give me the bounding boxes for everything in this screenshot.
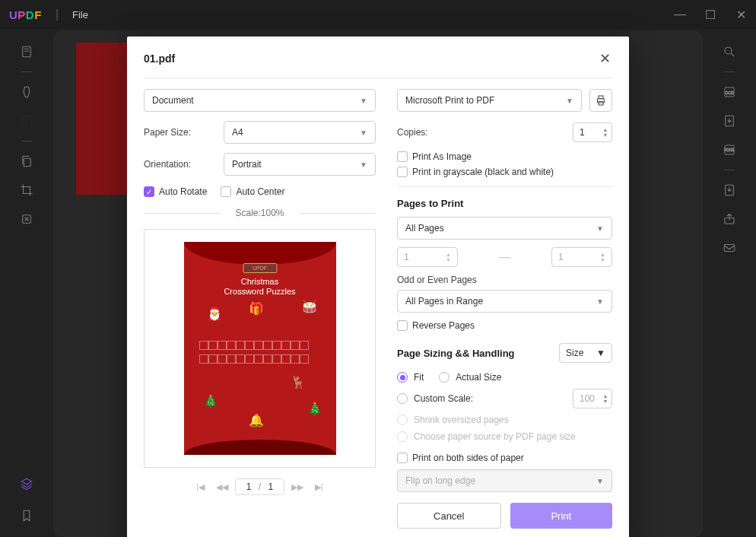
- print-as-image-checkbox[interactable]: Print As Image: [397, 151, 612, 162]
- spinner-up-icon[interactable]: ▲: [599, 393, 611, 399]
- spinner-down-icon[interactable]: ▼: [599, 399, 611, 404]
- svg-rect-15: [599, 102, 603, 106]
- range-to-value: 1: [558, 252, 564, 262]
- print-button[interactable]: Print: [510, 503, 613, 529]
- radio-checked-icon: [397, 372, 408, 383]
- odd-even-select[interactable]: All Pages in Range ▼: [397, 290, 612, 313]
- print-grayscale-checkbox[interactable]: Print in grayscale (black and white): [397, 167, 612, 177]
- maximize-icon[interactable]: ☐: [704, 8, 716, 22]
- radio-icon: [397, 393, 408, 404]
- dialog-title: 01.pdf: [144, 52, 175, 65]
- copies-stepper[interactable]: ▲▼: [573, 122, 612, 142]
- minimize-icon[interactable]: —: [674, 8, 686, 22]
- shrink-label: Shrink oversized pages: [414, 415, 509, 425]
- auto-rotate-label: Auto Rotate: [159, 186, 207, 197]
- separator: |: [56, 8, 59, 21]
- print-as-image-label: Print As Image: [412, 151, 472, 162]
- copies-label: Copies:: [397, 127, 428, 138]
- chevron-down-icon: ▼: [596, 477, 604, 485]
- right-column: Microsoft Print to PDF ▼ Copies: ▲▼: [397, 89, 612, 529]
- custom-scale-label: Custom Scale:: [414, 393, 473, 404]
- auto-center-checkbox[interactable]: Auto Center: [221, 186, 284, 197]
- shrink-radio: Shrink oversized pages: [397, 415, 612, 425]
- pages-select[interactable]: All Pages ▼: [397, 217, 612, 240]
- close-window-icon[interactable]: ✕: [735, 8, 747, 22]
- fit-label: Fit: [414, 372, 424, 383]
- document-type-select[interactable]: Document ▼: [144, 89, 376, 112]
- dialog-overlay: 01.pdf ✕ Document ▼ Paper Size: A4 ▼: [0, 29, 756, 537]
- pager-current: 1: [246, 481, 252, 492]
- size-mode-value: Size: [566, 348, 583, 358]
- orientation-label: Orientation:: [144, 159, 216, 170]
- chevron-down-icon: ▼: [596, 297, 604, 306]
- auto-center-label: Auto Center: [236, 186, 284, 197]
- spinner-up-icon[interactable]: ▲: [599, 127, 611, 132]
- checkbox-icon: [397, 167, 408, 177]
- fit-radio[interactable]: Fit: [397, 372, 424, 383]
- cancel-button[interactable]: Cancel: [397, 503, 501, 529]
- checkbox-icon: [221, 186, 231, 197]
- left-column: Document ▼ Paper Size: A4 ▼ Orientation:: [144, 89, 376, 529]
- app-logo: UPDF: [9, 8, 42, 21]
- close-icon[interactable]: ✕: [597, 50, 612, 67]
- both-sides-checkbox[interactable]: Print on both sides of paper: [397, 453, 612, 463]
- orientation-value: Portrait: [232, 159, 262, 170]
- document-type-value: Document: [152, 95, 194, 106]
- pager-prev-icon[interactable]: ◀◀: [214, 478, 230, 495]
- pages-value: All Pages: [405, 223, 444, 234]
- range-to-input[interactable]: 1 ▲▼: [551, 247, 612, 267]
- flip-select: Flip on long edge ▼: [397, 469, 612, 492]
- flip-value: Flip on long edge: [405, 475, 475, 486]
- preview-brand: UPDF: [243, 263, 277, 273]
- actual-size-radio[interactable]: Actual Size: [439, 372, 501, 383]
- checkbox-icon: [397, 151, 408, 162]
- custom-scale-radio[interactable]: Custom Scale:: [397, 393, 473, 404]
- spinner-up-icon[interactable]: ▲: [600, 252, 605, 257]
- actual-size-label: Actual Size: [456, 372, 501, 383]
- pager-last-icon[interactable]: ▶|: [310, 478, 327, 495]
- choose-paper-label: Choose paper source by PDF page size: [414, 431, 576, 442]
- pager-display: 1 / 1: [235, 478, 284, 495]
- paper-size-label: Paper Size:: [144, 127, 216, 138]
- file-menu[interactable]: File: [72, 9, 88, 21]
- page-preview: UPDF ChristmasCrossword Puzzles 🎅 🎁 🥁 🦌 …: [184, 242, 336, 455]
- range-from-input[interactable]: 1 ▲▼: [397, 247, 458, 267]
- pages-section-title: Pages to Print: [397, 198, 612, 209]
- spinner-up-icon[interactable]: ▲: [446, 252, 451, 257]
- pager-first-icon[interactable]: |◀: [192, 478, 209, 495]
- window-controls: — ☐ ✕: [674, 8, 747, 22]
- preview-title: ChristmasCrossword Puzzles: [184, 277, 336, 297]
- choose-paper-radio: Choose paper source by PDF page size: [397, 431, 612, 442]
- paper-size-value: A4: [232, 127, 243, 138]
- chevron-down-icon: ▼: [360, 97, 367, 105]
- pager-next-icon[interactable]: ▶▶: [289, 478, 306, 495]
- reverse-pages-label: Reverse Pages: [412, 320, 475, 331]
- radio-disabled-icon: [397, 431, 408, 442]
- odd-even-label: Odd or Even Pages: [397, 275, 612, 285]
- print-dialog: 01.pdf ✕ Document ▼ Paper Size: A4 ▼: [127, 37, 629, 537]
- dialog-header: 01.pdf ✕: [144, 50, 612, 78]
- print-grayscale-label: Print in grayscale (black and white): [412, 167, 554, 177]
- spinner-down-icon[interactable]: ▼: [600, 257, 605, 262]
- spinner-down-icon[interactable]: ▼: [446, 257, 451, 262]
- chevron-down-icon: ▼: [596, 224, 604, 233]
- checkbox-icon: [397, 453, 408, 463]
- radio-icon: [439, 372, 449, 383]
- printer-settings-icon[interactable]: [589, 89, 612, 112]
- printer-value: Microsoft Print to PDF: [405, 95, 494, 106]
- spinner-down-icon[interactable]: ▼: [599, 132, 611, 138]
- custom-scale-input[interactable]: [573, 393, 599, 404]
- printer-select[interactable]: Microsoft Print to PDF ▼: [397, 89, 582, 112]
- custom-scale-stepper[interactable]: ▲▼: [573, 389, 612, 408]
- auto-rotate-checkbox[interactable]: ✓ Auto Rotate: [144, 186, 207, 197]
- range-from-value: 1: [404, 252, 409, 262]
- paper-size-select[interactable]: A4 ▼: [224, 121, 376, 144]
- titlebar: UPDF | File — ☐ ✕: [0, 0, 756, 29]
- copies-input[interactable]: [573, 127, 599, 138]
- reverse-pages-checkbox[interactable]: Reverse Pages: [397, 320, 612, 331]
- both-sides-label: Print on both sides of paper: [412, 453, 524, 463]
- orientation-select[interactable]: Portrait ▼: [224, 153, 376, 176]
- size-mode-select[interactable]: Size ▼: [559, 343, 612, 363]
- sizing-section-title: Page Sizing && Handling: [397, 348, 515, 359]
- chevron-down-icon: ▼: [360, 129, 367, 137]
